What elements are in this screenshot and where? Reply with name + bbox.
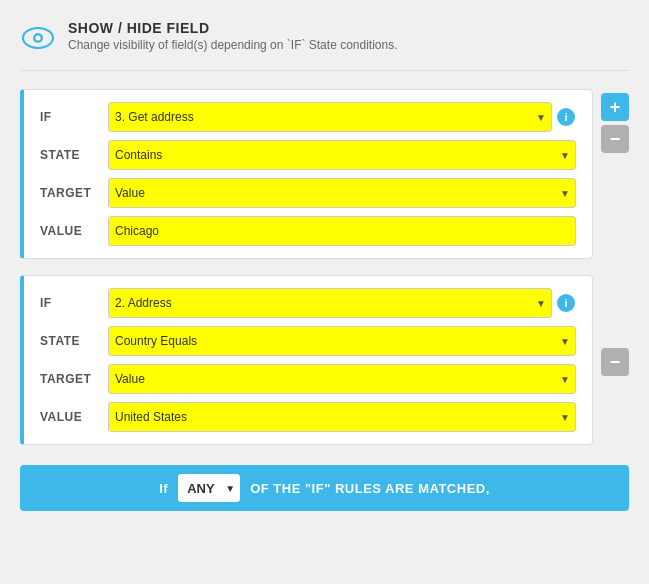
header-text: SHOW / HIDE FIELD Change visibility of f…: [68, 20, 398, 52]
header-description: Change visibility of field(s) depending …: [68, 38, 398, 52]
rule1-info-button[interactable]: i: [557, 108, 575, 126]
header-title: SHOW / HIDE FIELD: [68, 20, 398, 36]
any-select-wrapper: ANY ALL ▼: [178, 474, 240, 502]
rule2-state-select[interactable]: Country Equals: [108, 326, 576, 356]
rule2-target-select[interactable]: Value: [108, 364, 576, 394]
remove-rule1-button[interactable]: −: [601, 125, 629, 153]
rule1-target-label: TARGET: [40, 186, 108, 200]
rule1-target-select[interactable]: Value: [108, 178, 576, 208]
remove-rule2-button[interactable]: −: [601, 348, 629, 376]
rule2-target-select-wrapper: Value ▼: [108, 364, 576, 394]
bottom-bar-if-label: If: [159, 481, 168, 496]
rule2-value-controls: United States ▼: [108, 402, 576, 432]
rule2-info-icon-wrapper: i: [556, 293, 576, 313]
rule2-value-select[interactable]: United States: [108, 402, 576, 432]
add-rule-button[interactable]: +: [601, 93, 629, 121]
rule1-value-input[interactable]: [108, 216, 576, 246]
header: SHOW / HIDE FIELD Change visibility of f…: [20, 10, 629, 71]
bottom-bar-suffix: OF THE "IF" RULES ARE MATCHED,: [250, 481, 490, 496]
rule2-value-row: VALUE United States ▼: [40, 402, 576, 432]
rule1-if-controls: 3. Get address ▼ i: [108, 102, 576, 132]
rule1-if-row: IF 3. Get address ▼ i: [40, 102, 576, 132]
rule1-if-select-wrapper: 3. Get address ▼: [108, 102, 552, 132]
rule2-if-select[interactable]: 2. Address: [108, 288, 552, 318]
rule2-target-row: TARGET Value ▼: [40, 364, 576, 394]
rule2-state-select-wrapper: Country Equals ▼: [108, 326, 576, 356]
rule1-actions: + −: [601, 89, 629, 259]
rule2-target-controls: Value ▼: [108, 364, 576, 394]
rule2-info-button[interactable]: i: [557, 294, 575, 312]
rule1-value-controls: [108, 216, 576, 246]
rule2-value-label: VALUE: [40, 410, 108, 424]
rule1-if-label: IF: [40, 110, 108, 124]
any-select[interactable]: ANY ALL: [178, 474, 240, 502]
rule2-if-label: IF: [40, 296, 108, 310]
rule2-if-controls: 2. Address ▼ i: [108, 288, 576, 318]
svg-point-2: [36, 36, 41, 41]
rule2-if-select-wrapper: 2. Address ▼: [108, 288, 552, 318]
rule2-actions: −: [601, 275, 629, 445]
rule1-state-label: STATE: [40, 148, 108, 162]
rule1-state-select-wrapper: Contains ▼: [108, 140, 576, 170]
rule-card-1-content: IF 3. Get address ▼ i STATE Contain: [20, 89, 593, 259]
rule1-state-select[interactable]: Contains: [108, 140, 576, 170]
rule2-state-row: STATE Country Equals ▼: [40, 326, 576, 356]
rule-card-1: IF 3. Get address ▼ i STATE Contain: [20, 89, 629, 259]
rule1-value-row: VALUE: [40, 216, 576, 246]
rule2-if-row: IF 2. Address ▼ i: [40, 288, 576, 318]
rule-card-2-content: IF 2. Address ▼ i STATE Country Equ: [20, 275, 593, 445]
rule1-state-row: STATE Contains ▼: [40, 140, 576, 170]
rule1-target-select-wrapper: Value ▼: [108, 178, 576, 208]
rule-card-2: IF 2. Address ▼ i STATE Country Equ: [20, 275, 629, 445]
rule1-if-select[interactable]: 3. Get address: [108, 102, 552, 132]
rule1-info-icon-wrapper: i: [556, 107, 576, 127]
rule2-state-controls: Country Equals ▼: [108, 326, 576, 356]
rule1-target-controls: Value ▼: [108, 178, 576, 208]
rule1-target-row: TARGET Value ▼: [40, 178, 576, 208]
rule2-value-select-wrapper: United States ▼: [108, 402, 576, 432]
rule2-target-label: TARGET: [40, 372, 108, 386]
rule1-value-label: VALUE: [40, 224, 108, 238]
rule1-state-controls: Contains ▼: [108, 140, 576, 170]
eye-icon: [20, 20, 56, 56]
rule2-state-label: STATE: [40, 334, 108, 348]
bottom-bar: If ANY ALL ▼ OF THE "IF" RULES ARE MATCH…: [20, 465, 629, 511]
